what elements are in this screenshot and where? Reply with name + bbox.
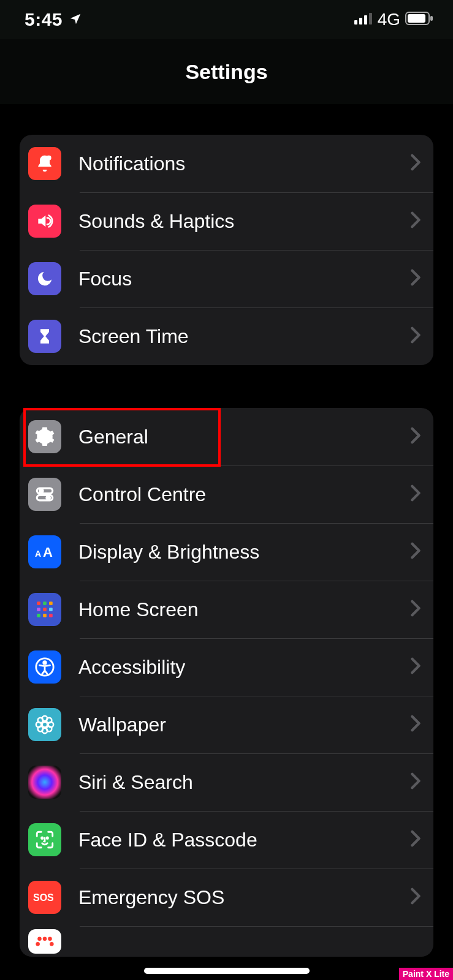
svg-point-9 [40,489,44,493]
svg-rect-17 [37,608,40,611]
toggles-icon [28,478,61,511]
svg-rect-14 [37,601,40,605]
grid-icon [28,593,61,626]
textsize-icon: AA [28,535,61,568]
siri-icon [28,766,61,799]
row-focus[interactable]: Focus [20,250,433,307]
svg-point-11 [47,496,50,500]
row-label: Accessibility [78,656,410,679]
flower-icon [28,708,61,741]
speaker-icon [28,205,61,238]
row-faceid[interactable]: Face ID & Passcode [20,811,433,869]
row-label: Emergency SOS [78,886,410,909]
faceid-icon [28,823,61,856]
row-label: Display & Brightness [78,541,410,564]
row-siri[interactable]: Siri & Search [20,753,433,811]
svg-text:SOS: SOS [33,892,54,903]
svg-rect-3 [369,13,372,24]
battery-icon [405,12,433,28]
status-time: 5:45 [25,9,63,30]
watermark: Paint X Lite [399,968,453,980]
svg-rect-6 [430,16,433,21]
row-notifications[interactable]: Notifications [20,135,433,192]
status-left: 5:45 [25,9,82,30]
svg-point-24 [44,662,47,665]
status-bar: 5:45 4G [0,0,453,39]
row-label: Control Centre [78,483,410,506]
row-controlcentre[interactable]: Control Centre [20,466,433,523]
row-label: Siri & Search [78,771,410,794]
row-homescreen[interactable]: Home Screen [20,581,433,638]
svg-rect-18 [43,608,47,611]
home-indicator [144,968,310,974]
chevron-right-icon [410,657,421,677]
svg-text:A: A [43,545,53,560]
row-accessibility[interactable]: Accessibility [20,638,433,696]
svg-rect-20 [37,614,40,617]
svg-rect-5 [408,14,425,23]
row-label: Focus [78,268,410,290]
cellular-signal-icon [354,12,373,27]
settings-group-2: General Control Centre AA Display & Brig… [20,408,433,957]
chevron-right-icon [410,542,421,562]
status-right: 4G [354,10,433,29]
svg-point-37 [37,937,42,941]
svg-rect-19 [49,608,53,611]
svg-text:A: A [35,549,41,559]
svg-point-35 [47,837,48,839]
chevron-right-icon [410,326,421,346]
moon-icon [28,262,61,295]
row-label: Notifications [78,153,410,175]
sos-icon: SOS [28,881,61,914]
bell-icon [28,147,61,180]
row-wallpaper[interactable]: Wallpaper [20,696,433,753]
chevron-right-icon [410,484,421,504]
row-label: Screen Time [78,325,410,348]
svg-point-39 [48,937,52,941]
row-label: Face ID & Passcode [78,829,410,851]
svg-rect-15 [43,601,47,605]
row-exposure[interactable] [20,926,433,957]
svg-rect-0 [354,20,357,24]
svg-point-7 [47,156,51,160]
row-label: Wallpaper [78,714,410,736]
location-arrow-icon [69,9,82,30]
gear-icon [28,420,61,453]
row-label: Home Screen [78,598,410,621]
page-title: Settings [185,60,267,84]
chevron-right-icon [410,427,421,447]
chevron-right-icon [410,600,421,619]
row-display[interactable]: AA Display & Brightness [20,523,433,581]
svg-point-41 [50,942,54,946]
chevron-right-icon [410,269,421,288]
hourglass-icon [28,320,61,353]
settings-content: Notifications Sounds & Haptics Focus Scr… [0,104,453,957]
svg-rect-22 [49,614,53,617]
chevron-right-icon [410,715,421,734]
chevron-right-icon [410,211,421,231]
settings-group-1: Notifications Sounds & Haptics Focus Scr… [20,135,433,365]
chevron-right-icon [410,830,421,850]
svg-rect-21 [43,614,47,617]
svg-rect-16 [49,601,53,605]
svg-point-34 [42,837,43,839]
svg-point-25 [42,722,48,728]
exposure-icon [28,929,61,954]
chevron-right-icon [410,888,421,907]
chevron-right-icon [410,772,421,792]
svg-point-38 [43,937,47,941]
row-screentime[interactable]: Screen Time [20,307,433,365]
svg-rect-1 [359,18,362,24]
row-general[interactable]: General [20,408,433,466]
network-label: 4G [378,10,400,29]
row-label: Sounds & Haptics [78,210,410,233]
chevron-right-icon [410,154,421,173]
accessibility-icon [28,650,61,684]
row-label: General [78,426,410,448]
row-sounds[interactable]: Sounds & Haptics [20,192,433,250]
svg-point-40 [36,942,40,946]
row-sos[interactable]: SOS Emergency SOS [20,869,433,926]
svg-rect-2 [364,15,367,24]
nav-bar: Settings [0,39,453,104]
